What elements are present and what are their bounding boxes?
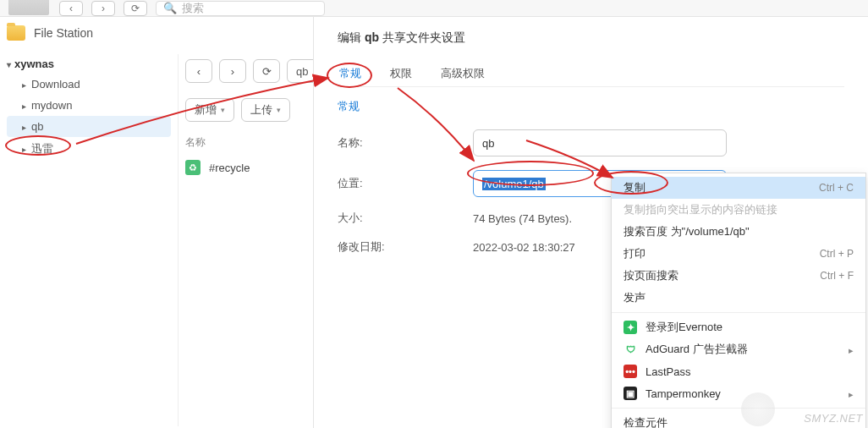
file-name: #recycle (209, 162, 250, 174)
search-icon: 🔍 (163, 2, 177, 14)
lastpass-icon: ••• (624, 365, 637, 378)
dialog-tabs: 常规 权限 高级权限 (338, 61, 844, 87)
label-size: 大小: (338, 211, 473, 226)
window-thumbnail (8, 0, 49, 15)
ctx-tampermonkey[interactable]: ▣Tampermonkey (612, 382, 865, 404)
ctx-print[interactable]: 打印 Ctrl + P (612, 243, 865, 265)
name-field[interactable]: qb (473, 129, 727, 156)
tampermonkey-icon: ▣ (624, 387, 637, 400)
tab-permission[interactable]: 权限 (388, 61, 414, 86)
separator (612, 408, 865, 409)
ctx-adguard[interactable]: 🛡AdGuard 广告拦截器 (612, 338, 865, 360)
ctx-evernote[interactable]: ✦登录到Evernote (612, 316, 865, 338)
ctx-speak[interactable]: 发声 (612, 287, 865, 309)
forward-button[interactable]: › (219, 59, 246, 83)
watermark-badge (741, 392, 775, 426)
dialog-title: 编辑 qb 共享文件夹设置 (338, 30, 844, 46)
folder-icon (7, 25, 25, 41)
reload-button[interactable]: ⟳ (253, 59, 280, 83)
sidebar: xywnas Download mydown qb 迅雷 (0, 54, 178, 426)
ctx-copy[interactable]: 复制 Ctrl + C (612, 177, 865, 199)
ctx-lastpass[interactable]: •••LastPass (612, 360, 865, 382)
shield-icon: 🛡 (624, 343, 637, 356)
sidebar-item-xunlei[interactable]: 迅雷 (7, 137, 171, 161)
search-input[interactable]: 🔍 搜索 (156, 1, 325, 16)
tab-advanced[interactable]: 高级权限 (439, 61, 486, 86)
label-location: 位置: (338, 176, 473, 191)
back-button[interactable]: ‹ (185, 59, 212, 83)
ctx-search-baidu[interactable]: 搜索百度 为"/volume1/qb" (612, 221, 865, 243)
watermark: SMYZ.NET (804, 412, 863, 425)
sidebar-item-qb[interactable]: qb (7, 116, 171, 137)
chevron-right-icon (849, 387, 854, 400)
app-title: File Station (34, 26, 93, 40)
label-name: 名称: (338, 135, 473, 151)
chevron-right-icon (849, 343, 854, 356)
context-menu: 复制 Ctrl + C 复制指向突出显示的内容的链接 搜索百度 为"/volum… (611, 173, 866, 428)
nav-forward-button[interactable]: › (91, 1, 115, 16)
refresh-button[interactable]: ⟳ (124, 1, 147, 16)
new-button[interactable]: 新增 (185, 98, 234, 122)
tree-root[interactable]: xywnas (7, 54, 171, 74)
recycle-icon: ♻ (185, 160, 201, 175)
window-toolbar: ‹ › ⟳ 🔍 搜索 (0, 0, 868, 17)
section-general: 常规 (338, 99, 844, 114)
sidebar-item-mydown[interactable]: mydown (7, 95, 171, 116)
label-mtime: 修改日期: (338, 239, 473, 255)
sidebar-item-download[interactable]: Download (7, 74, 171, 95)
tab-general[interactable]: 常规 (338, 61, 363, 86)
separator (612, 312, 865, 313)
upload-button[interactable]: 上传 (241, 98, 290, 122)
ctx-copy-link: 复制指向突出显示的内容的链接 (612, 199, 865, 221)
evernote-icon: ✦ (624, 321, 637, 334)
nav-back-button[interactable]: ‹ (59, 1, 83, 16)
search-placeholder: 搜索 (182, 1, 204, 16)
ctx-page-search[interactable]: 按页面搜索 Ctrl + F (612, 265, 865, 287)
